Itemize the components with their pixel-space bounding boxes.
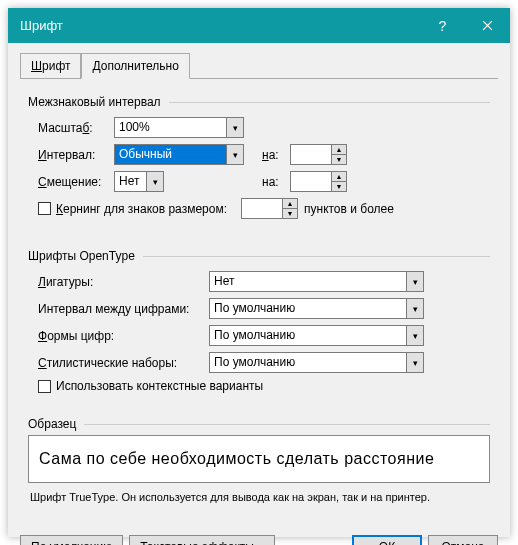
offset-by-label: на: — [262, 175, 284, 189]
text-effects-button[interactable]: Текстовые эффекты... — [129, 535, 275, 545]
ligatures-label: Лигатуры: — [38, 275, 203, 289]
chevron-down-icon: ▾ — [406, 272, 423, 291]
close-icon — [482, 20, 493, 31]
numspacing-label: Интервал между цифрами: — [38, 302, 203, 316]
ok-button[interactable]: ОК — [352, 535, 422, 545]
close-button[interactable] — [465, 8, 510, 43]
numforms-combo[interactable]: По умолчанию ▾ — [209, 325, 424, 346]
offset-combo[interactable]: Нет ▾ — [114, 171, 164, 192]
tab-bar: Шрифт Дополнительно — [20, 53, 498, 79]
opentype-legend: Шрифты OpenType — [28, 249, 135, 263]
chevron-up-icon[interactable]: ▲ — [332, 145, 346, 155]
stylistic-combo[interactable]: По умолчанию ▾ — [209, 352, 424, 373]
contextual-checkbox[interactable]: Использовать контекстные варианты — [38, 379, 263, 393]
offset-label: Смещение: — [38, 175, 108, 189]
interval-by-label: на: — [262, 148, 284, 162]
kerning-spinner[interactable]: ▲▼ — [241, 198, 298, 219]
interval-combo[interactable]: Обычный ▾ — [114, 144, 244, 165]
interval-by-spinner[interactable]: ▲▼ — [290, 144, 347, 165]
group-sample: Образец Сама по себе необходимость сдела… — [20, 411, 498, 519]
chevron-down-icon[interactable]: ▼ — [332, 155, 346, 164]
default-button[interactable]: По умолчанию — [20, 535, 123, 545]
cancel-button[interactable]: Отмена — [428, 535, 498, 545]
titlebar: Шрифт ? — [8, 8, 510, 43]
chevron-down-icon: ▾ — [406, 299, 423, 318]
numspacing-combo[interactable]: По умолчанию ▾ — [209, 298, 424, 319]
chevron-up-icon[interactable]: ▲ — [332, 172, 346, 182]
group-opentype: Шрифты OpenType Лигатуры: Нет ▾ Интервал… — [20, 243, 498, 407]
dialog-content: Шрифт Дополнительно Межзнаковый интервал… — [8, 43, 510, 527]
sample-preview: Сама по себе необходимость сделать расст… — [28, 435, 490, 483]
interval-label: Интервал: — [38, 148, 108, 162]
kerning-suffix: пунктов и более — [304, 202, 394, 216]
stylistic-label: Стилистические наборы: — [38, 356, 203, 370]
checkbox-box — [38, 202, 51, 215]
scale-label: Масштаб: — [38, 121, 108, 135]
checkbox-box — [38, 380, 51, 393]
window-title: Шрифт — [20, 18, 420, 33]
help-button[interactable]: ? — [420, 8, 465, 43]
chevron-down-icon: ▾ — [146, 172, 163, 191]
scale-combo[interactable]: 100% ▾ — [114, 117, 244, 138]
contextual-label: Использовать контекстные варианты — [56, 379, 263, 393]
sample-description: Шрифт TrueType. Он используется для выво… — [30, 491, 488, 503]
tab-advanced[interactable]: Дополнительно — [81, 53, 189, 79]
kerning-label: Кернинг для знаков размером: — [56, 202, 227, 216]
chevron-up-icon[interactable]: ▲ — [283, 199, 297, 209]
group-spacing: Межзнаковый интервал Масштаб: 100% ▾ Инт… — [20, 89, 498, 233]
chevron-down-icon: ▾ — [226, 118, 243, 137]
chevron-down-icon: ▾ — [226, 145, 243, 164]
chevron-down-icon[interactable]: ▼ — [283, 209, 297, 218]
chevron-down-icon[interactable]: ▼ — [332, 182, 346, 191]
numforms-label: Формы цифр: — [38, 329, 203, 343]
tab-font[interactable]: Шрифт — [20, 53, 81, 79]
spacing-legend: Межзнаковый интервал — [28, 95, 161, 109]
sample-legend: Образец — [28, 417, 76, 431]
chevron-down-icon: ▾ — [406, 353, 423, 372]
font-dialog: Шрифт ? Шрифт Дополнительно Межзнаковый … — [8, 8, 510, 537]
chevron-down-icon: ▾ — [406, 326, 423, 345]
ligatures-combo[interactable]: Нет ▾ — [209, 271, 424, 292]
dialog-footer: По умолчанию Текстовые эффекты... ОК Отм… — [8, 527, 510, 545]
kerning-checkbox[interactable]: Кернинг для знаков размером: — [38, 202, 227, 216]
offset-by-spinner[interactable]: ▲▼ — [290, 171, 347, 192]
